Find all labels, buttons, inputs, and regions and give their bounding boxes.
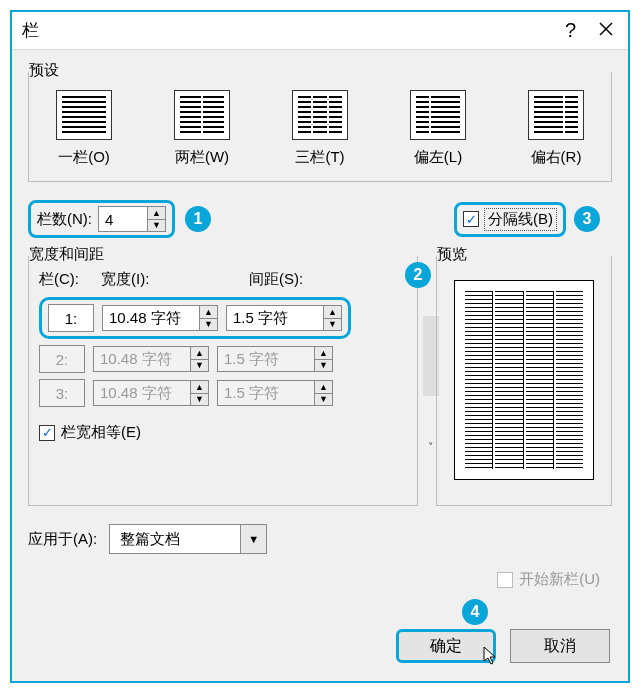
callout-2: 2 <box>405 262 431 288</box>
ok-button[interactable]: 确定 <box>396 629 496 663</box>
row1-spacing-input[interactable] <box>227 306 323 330</box>
row2-spacing-spinner: ▲▼ <box>217 346 333 372</box>
row2-idx: 2: <box>39 345 85 373</box>
numcols-input[interactable] <box>99 207 147 231</box>
preset-three-icon <box>292 90 348 140</box>
numcols-row: 栏数(N): ▲▼ 1 ✓ 分隔线(B) 3 <box>28 200 612 238</box>
preset-two-icon <box>174 90 230 140</box>
checkbox-icon: ✓ <box>463 211 479 227</box>
cursor-icon <box>483 646 499 666</box>
close-icon <box>598 21 614 37</box>
apply-label: 应用于(A): <box>28 530 97 549</box>
separator-highlight: ✓ 分隔线(B) <box>454 202 566 237</box>
row3-spacing-input <box>218 381 314 405</box>
presets-group: 预设 一栏(O) 两栏(W) 三栏(T) 偏左(L) <box>28 72 612 182</box>
separator-checkbox[interactable]: ✓ 分隔线(B) <box>463 208 557 231</box>
numcols-spinner[interactable]: ▲▼ <box>98 206 166 232</box>
row3-idx: 3: <box>39 379 85 407</box>
numcols-highlight: 栏数(N): ▲▼ <box>28 200 175 238</box>
dialog-title: 栏 <box>22 19 39 42</box>
row1-idx: 1: <box>48 304 94 332</box>
ws-headers: 栏(C): 宽度(I): 间距(S): <box>39 270 407 289</box>
spinner-buttons[interactable]: ▲▼ <box>147 207 165 231</box>
numcols-label: 栏数(N): <box>37 210 92 229</box>
preview-page <box>454 280 594 480</box>
apply-row: 应用于(A): 整篇文档 ▼ <box>28 524 612 554</box>
preset-two[interactable]: 两栏(W) <box>157 90 247 167</box>
checkbox-icon: ✓ <box>39 425 55 441</box>
row2-width-input <box>94 347 190 371</box>
dialog-buttons: 确定 取消 <box>396 629 610 663</box>
preset-three[interactable]: 三栏(T) <box>275 90 365 167</box>
start-new-column-checkbox: 开始新栏(U) <box>497 570 600 589</box>
header-width: 宽度(I): <box>101 270 241 289</box>
row2-spacing-input <box>218 347 314 371</box>
presets-legend: 预设 <box>29 61 65 80</box>
ws-legend: 宽度和间距 <box>29 245 110 264</box>
close-button[interactable] <box>598 19 614 42</box>
row3-width-spinner: ▲▼ <box>93 380 209 406</box>
equal-width-checkbox[interactable]: ✓ 栏宽相等(E) <box>39 423 141 442</box>
preview-legend: 预览 <box>437 245 473 264</box>
row3-spacing-spinner: ▲▼ <box>217 380 333 406</box>
ws-row-1: 1: ▲▼ ▲▼ <box>39 297 407 339</box>
titlebar: 栏 ? <box>12 12 628 50</box>
preset-left[interactable]: 偏左(L) <box>393 90 483 167</box>
cancel-button[interactable]: 取消 <box>510 629 610 663</box>
row1-width-spinner[interactable]: ▲▼ <box>102 305 218 331</box>
dialog-body: 预设 一栏(O) 两栏(W) 三栏(T) 偏左(L) <box>12 50 628 681</box>
checkbox-icon <box>497 572 513 588</box>
callout-4: 4 <box>462 599 488 625</box>
preset-right[interactable]: 偏右(R) <box>511 90 601 167</box>
separator-label: 分隔线(B) <box>484 208 557 231</box>
header-col: 栏(C): <box>39 270 93 289</box>
apply-value: 整篇文档 <box>110 530 240 549</box>
preset-one[interactable]: 一栏(O) <box>39 90 129 167</box>
preview-group: 预览 <box>436 256 612 506</box>
preset-left-icon <box>410 90 466 140</box>
row3-width-input <box>94 381 190 405</box>
chevron-down-icon: ▼ <box>240 525 266 553</box>
columns-dialog: 栏 ? 预设 一栏(O) 两栏(W) <box>10 10 630 683</box>
preset-one-icon <box>56 90 112 140</box>
ws-row-2: 2: ▲▼ ▲▼ <box>39 345 407 373</box>
row1-highlight: 1: ▲▼ ▲▼ <box>39 297 351 339</box>
equal-width-label: 栏宽相等(E) <box>61 423 141 442</box>
header-spacing: 间距(S): <box>249 270 389 289</box>
row2-width-spinner: ▲▼ <box>93 346 209 372</box>
preset-right-icon <box>528 90 584 140</box>
newcol-label: 开始新栏(U) <box>519 570 600 589</box>
callout-1: 1 <box>185 206 211 232</box>
help-button[interactable]: ? <box>565 19 576 42</box>
ws-row-3: 3: ▲▼ ▲▼ <box>39 379 407 407</box>
callout-3: 3 <box>574 206 600 232</box>
row1-width-input[interactable] <box>103 306 199 330</box>
apply-select[interactable]: 整篇文档 ▼ <box>109 524 267 554</box>
row1-spacing-spinner[interactable]: ▲▼ <box>226 305 342 331</box>
width-spacing-group: 宽度和间距 2 栏(C): 宽度(I): 间距(S): 1: ▲▼ <box>28 256 418 506</box>
